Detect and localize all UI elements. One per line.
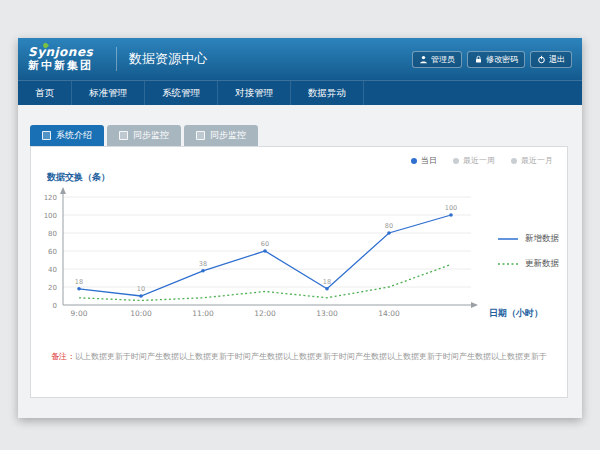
- x-axis-title: 日期（小时）: [489, 307, 543, 320]
- logout-button-label: 退出: [549, 54, 565, 65]
- nav-item-data-change[interactable]: 数据异动: [291, 81, 364, 105]
- admin-button-label: 管理员: [431, 54, 455, 65]
- svg-text:38: 38: [199, 260, 207, 268]
- legend-item-last-month-label: 最近一月: [521, 155, 553, 166]
- tab-sync-monitor-1[interactable]: 同步监控: [107, 125, 181, 146]
- svg-text:12:00: 12:00: [254, 309, 276, 318]
- svg-text:20: 20: [48, 284, 57, 292]
- svg-text:80: 80: [48, 230, 57, 238]
- page-title: 数据资源中心: [116, 47, 207, 71]
- legend-item-today-label: 当日: [421, 155, 437, 166]
- nav-item-standard-mgmt[interactable]: 标准管理: [72, 81, 145, 105]
- footnote-prefix: 备注：: [51, 352, 75, 361]
- admin-button[interactable]: 管理员: [412, 51, 462, 68]
- lock-icon: [474, 55, 483, 64]
- grid-icon: [119, 131, 128, 140]
- change-password-button[interactable]: 修改密码: [467, 51, 525, 68]
- svg-text:10: 10: [137, 285, 145, 293]
- legend-item-last-week[interactable]: 最近一周: [453, 155, 495, 166]
- legend-item-last-month[interactable]: 最近一月: [511, 155, 553, 166]
- power-icon: [537, 55, 546, 64]
- solid-line-sample-icon: [497, 235, 519, 243]
- grid-icon: [196, 131, 205, 140]
- svg-text:13:00: 13:00: [316, 309, 338, 318]
- desktop-background: Synjones 新中新集团 数据资源中心 管理员: [0, 0, 600, 450]
- nav-item-connect-mgmt[interactable]: 对接管理: [218, 81, 291, 105]
- series-legend: 新增数据 更新数据: [497, 233, 559, 283]
- tab-sync-monitor-1-label: 同步监控: [133, 129, 169, 142]
- nav-item-data-change-label: 数据异动: [308, 87, 346, 100]
- footnote-text: 以上数据更新于时间产生数据以上数据更新于时间产生数据以上数据更新于时间产生数据以…: [75, 352, 547, 361]
- legend-dot-last-month: [511, 158, 517, 164]
- nav-item-standard-mgmt-label: 标准管理: [89, 87, 127, 100]
- tab-system-intro-label: 系统介绍: [56, 129, 92, 142]
- svg-text:40: 40: [48, 266, 57, 274]
- line-chart: 0204060801001209:0010:0011:0012:0013:001…: [39, 187, 489, 337]
- change-password-button-label: 修改密码: [486, 54, 518, 65]
- series-legend-new-data[interactable]: 新增数据: [497, 233, 559, 245]
- svg-text:11:00: 11:00: [192, 309, 214, 318]
- series-legend-update-data-label: 更新数据: [525, 258, 559, 270]
- nav-item-system-mgmt-label: 系统管理: [162, 87, 200, 100]
- content-area: 系统介绍 同步监控 同步监控 当日: [18, 105, 582, 418]
- app-header: Synjones 新中新集团 数据资源中心 管理员: [18, 38, 582, 80]
- grid-icon: [42, 131, 51, 140]
- svg-text:14:00: 14:00: [378, 309, 400, 318]
- svg-text:18: 18: [75, 278, 83, 286]
- svg-text:60: 60: [48, 248, 57, 256]
- legend-item-today[interactable]: 当日: [411, 155, 437, 166]
- legend-dot-last-week: [453, 158, 459, 164]
- y-axis-title: 数据交换（条）: [47, 171, 110, 184]
- logout-button[interactable]: 退出: [530, 51, 572, 68]
- tab-system-intro[interactable]: 系统介绍: [30, 125, 104, 146]
- user-icon: [419, 55, 428, 64]
- svg-text:9:00: 9:00: [71, 309, 88, 318]
- nav-item-system-mgmt[interactable]: 系统管理: [145, 81, 218, 105]
- dotted-line-sample-icon: [497, 260, 519, 268]
- svg-text:60: 60: [261, 240, 269, 248]
- svg-text:80: 80: [385, 222, 393, 230]
- main-navigation: 首页 标准管理 系统管理 对接管理 数据异动: [18, 80, 582, 105]
- svg-text:120: 120: [44, 194, 57, 202]
- nav-item-connect-mgmt-label: 对接管理: [235, 87, 273, 100]
- series-legend-new-data-label: 新增数据: [525, 233, 559, 245]
- tab-sync-monitor-2[interactable]: 同步监控: [184, 125, 258, 146]
- chart-panel: 当日 最近一周 最近一月 数据交换（条） 0204060801001209:00…: [30, 146, 568, 398]
- svg-text:100: 100: [445, 204, 457, 212]
- series-legend-update-data[interactable]: 更新数据: [497, 258, 559, 270]
- nav-item-home-label: 首页: [35, 87, 54, 100]
- svg-text:18: 18: [323, 278, 331, 286]
- nav-item-home[interactable]: 首页: [18, 81, 72, 105]
- tab-bar: 系统介绍 同步监控 同步监控: [30, 125, 258, 146]
- tab-sync-monitor-2-label: 同步监控: [210, 129, 246, 142]
- header-actions: 管理员 修改密码 退出: [412, 51, 572, 68]
- company-logo: Synjones 新中新集团: [28, 46, 106, 71]
- period-legend: 当日 最近一周 最近一月: [411, 155, 553, 166]
- svg-text:100: 100: [44, 212, 57, 220]
- svg-text:10:00: 10:00: [130, 309, 152, 318]
- logo-text: Synjones: [28, 46, 106, 59]
- legend-dot-today: [411, 158, 417, 164]
- footnote: 备注：以上数据更新于时间产生数据以上数据更新于时间产生数据以上数据更新于时间产生…: [31, 351, 567, 362]
- legend-item-last-week-label: 最近一周: [463, 155, 495, 166]
- app-window: Synjones 新中新集团 数据资源中心 管理员: [18, 38, 582, 418]
- svg-text:0: 0: [53, 302, 57, 310]
- logo-subtext: 新中新集团: [28, 60, 106, 72]
